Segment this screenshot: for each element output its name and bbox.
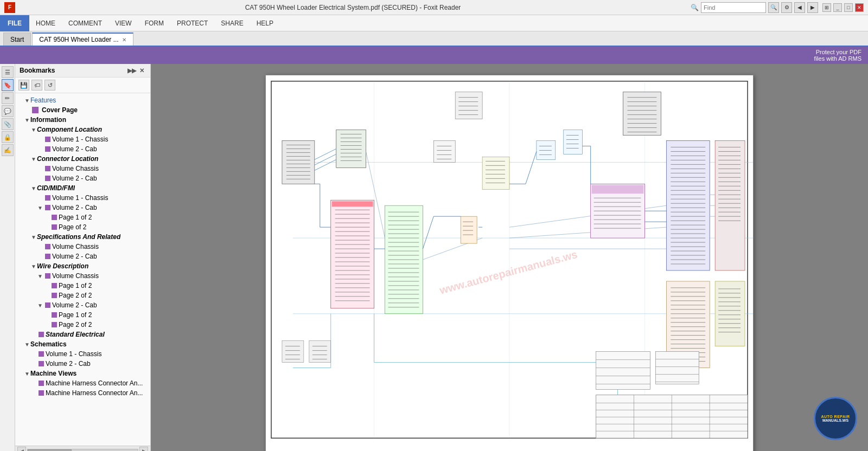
toolbar-signature-tool[interactable]: ✍ <box>2 144 14 156</box>
scroll-right-button[interactable]: ▶ <box>139 447 148 452</box>
svg-rect-227 <box>596 352 650 390</box>
toolbar-bookmark-tool[interactable]: 🔖 <box>2 79 14 91</box>
svg-rect-155 <box>623 92 661 136</box>
expand-cid-v2[interactable]: ▼ <box>37 204 43 211</box>
autorepair-logo: AUTO REPAIR MANUALS.WS <box>814 397 857 440</box>
menu-file[interactable]: FILE <box>0 15 29 31</box>
window-close-button[interactable]: ✕ <box>855 3 864 12</box>
find-next-button[interactable]: ▶ <box>807 2 818 13</box>
bookmarks-collapse-button[interactable]: ✕ <box>137 66 146 75</box>
bookmark-spec-v1-chassis[interactable]: Volume Chassis <box>15 242 150 252</box>
svg-rect-213 <box>461 216 477 243</box>
bookmark-refresh-button[interactable]: ↺ <box>44 80 55 91</box>
toolbar-security-tool[interactable]: 🔒 <box>2 131 14 143</box>
menu-protect[interactable]: PROTECT <box>170 15 214 31</box>
bookmark-spec-v2-cab[interactable]: Volume 2 - Cab <box>15 252 150 261</box>
bookmark-cid-mid-fmi[interactable]: ▼ CID/MID/FMI <box>15 183 150 193</box>
expand-features[interactable]: ▼ <box>24 97 30 104</box>
menu-share[interactable]: SHARE <box>214 15 250 31</box>
expand-conn-loc[interactable]: ▼ <box>30 156 37 162</box>
bookmark-cid-v2-cab[interactable]: ▼ Volume 2 - Cab <box>15 203 150 212</box>
bookmark-machine-views[interactable]: ▼ Machine Views <box>15 369 150 378</box>
bookmark-wire-desc[interactable]: ▼ Wire Description <box>15 261 150 271</box>
sch-v1-icon <box>39 351 44 357</box>
toolbar-comment-tool[interactable]: ✏ <box>2 92 14 104</box>
mh2-icon <box>39 390 44 396</box>
wire-v2-p1-icon <box>52 312 57 318</box>
pdf-viewer[interactable]: www.autorepairmanuals.ws <box>151 64 868 451</box>
window-maximize-button[interactable]: □ <box>844 3 853 12</box>
bookmark-wire-v1-chassis[interactable]: ▼ Volume Chassis <box>15 271 150 281</box>
bookmarks-expand-button[interactable]: ▶▶ <box>127 66 136 75</box>
bookmark-conn-v1-chassis[interactable]: Volume Chassis <box>15 164 150 173</box>
bookmark-cid-page2[interactable]: Page of 2 <box>15 222 150 232</box>
menu-view[interactable]: VIEW <box>108 15 138 31</box>
svg-rect-232 <box>655 352 699 384</box>
expand-comp-v1 <box>37 136 43 143</box>
bookmark-tag-button[interactable]: 🏷 <box>31 80 42 91</box>
bookmark-cid-v1-chassis[interactable]: Volume 1 - Chassis <box>15 193 150 203</box>
bookmark-comp-v1-chassis[interactable]: Volume 1 - Chassis <box>15 134 150 144</box>
svg-rect-198 <box>564 130 583 154</box>
expand-comp-loc[interactable]: ▼ <box>30 126 37 133</box>
menu-form[interactable]: FORM <box>138 15 170 31</box>
expand-information[interactable]: ▼ <box>24 117 30 123</box>
rms-text: Protect your PDF files with AD RMS <box>814 49 861 62</box>
title-bar: F CAT 950H Wheel Loader Electrical Syste… <box>0 0 868 15</box>
expand-wire[interactable]: ▼ <box>30 263 37 269</box>
bookmark-sch-v2-cab[interactable]: Volume 2 - Cab <box>15 359 150 369</box>
pdf-page: www.autorepairmanuals.ws <box>265 75 754 451</box>
find-settings-button[interactable]: ⚙ <box>781 2 792 13</box>
wire-v1-p1-icon <box>52 283 57 288</box>
find-search-button[interactable]: 🔍 <box>768 2 779 13</box>
tab-close-button[interactable]: ✕ <box>122 37 126 43</box>
bookmark-wire-v2-page1[interactable]: Page 1 of 2 <box>15 310 150 320</box>
menu-help[interactable]: HELP <box>250 15 280 31</box>
bookmark-conn-v2-cab[interactable]: Volume 2 - Cab <box>15 173 150 183</box>
bookmark-sch-v1-chassis[interactable]: Volume 1 - Chassis <box>15 349 150 359</box>
expand-machine-views[interactable]: ▼ <box>24 370 30 377</box>
bookmark-wire-v1-page2[interactable]: Page 2 of 2 <box>15 291 150 300</box>
svg-rect-204 <box>592 185 644 194</box>
bookmark-information[interactable]: ▼ Information <box>15 115 150 125</box>
bookmark-cid-page1[interactable]: Page 1 of 2 <box>15 212 150 222</box>
bookmark-wire-v1-page1[interactable]: Page 1 of 2 <box>15 281 150 291</box>
find-bar: 🔍 🔍 ⚙ ◀ ▶ <box>691 2 818 13</box>
bookmark-spec-related[interactable]: ▼ Specifications And Related <box>15 232 150 242</box>
bookmark-connector-location[interactable]: ▼ Connector Location <box>15 154 150 164</box>
expand-schematics[interactable]: ▼ <box>24 341 30 347</box>
bookmark-machine-harness1[interactable]: Machine Harness Connector An... <box>15 378 150 388</box>
schematic-diagram: www.autorepairmanuals.ws <box>266 75 753 444</box>
find-input[interactable] <box>701 2 766 13</box>
tab-cat-label: CAT 950H Wheel Loader ... <box>39 36 118 43</box>
expand-wire-v1[interactable]: ▼ <box>37 273 43 279</box>
bookmark-save-button[interactable]: 💾 <box>18 80 29 91</box>
expand-wire-v2[interactable]: ▼ <box>37 302 43 308</box>
bookmark-machine-harness2[interactable]: Machine Harness Connector An... <box>15 388 150 398</box>
expand-cover <box>24 107 30 113</box>
bookmark-std-electrical[interactable]: Standard Electrical <box>15 330 150 339</box>
toolbar-hand-tool[interactable]: ☰ <box>2 66 14 78</box>
bookmark-component-location[interactable]: ▼ Component Location <box>15 125 150 134</box>
bookmark-cover-page[interactable]: Cover Page <box>15 105 150 115</box>
window-apps-button[interactable]: ⊞ <box>822 3 831 12</box>
bookmark-features[interactable]: ▼ Features <box>15 95 150 105</box>
scroll-left-button[interactable]: ◀ <box>17 447 26 452</box>
toolbar-annotation-tool[interactable]: 💬 <box>2 105 14 117</box>
window-minimize-button[interactable]: _ <box>833 3 842 12</box>
expand-spec[interactable]: ▼ <box>30 234 37 240</box>
expand-cid[interactable]: ▼ <box>30 185 37 191</box>
main-layout: ☰ 🔖 ✏ 💬 📎 🔒 ✍ Bookmarks ▶▶ ✕ 💾 🏷 ↺ ▼ Fea… <box>0 64 868 451</box>
bookmark-schematics[interactable]: ▼ Schematics <box>15 339 150 349</box>
find-prev-button[interactable]: ◀ <box>794 2 805 13</box>
menu-comment[interactable]: COMMENT <box>62 15 108 31</box>
toolbar-attachment-tool[interactable]: 📎 <box>2 118 14 130</box>
cid-page2-icon <box>52 224 57 230</box>
tab-cat[interactable]: CAT 950H Wheel Loader ... ✕ <box>32 33 133 46</box>
bookmark-comp-v2-cab[interactable]: Volume 2 - Cab <box>15 144 150 154</box>
bookmark-wire-v2-page2[interactable]: Page 2 of 2 <box>15 320 150 330</box>
menu-home[interactable]: HOME <box>29 15 62 31</box>
tab-start[interactable]: Start <box>3 33 31 46</box>
bookmark-wire-v2-cab[interactable]: ▼ Volume 2 - Cab <box>15 300 150 310</box>
scroll-track[interactable] <box>27 449 138 452</box>
